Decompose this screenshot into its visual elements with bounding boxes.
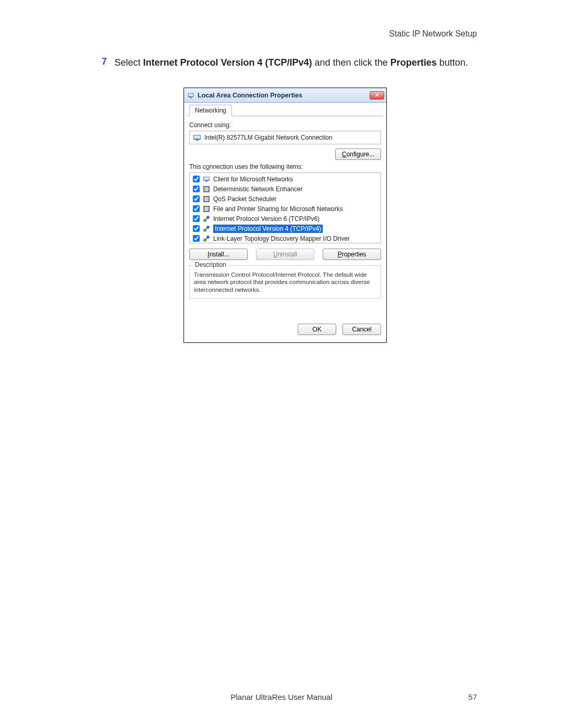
step-prefix: Select xyxy=(114,57,143,68)
dialog-body: Networking Connect using: Intel(R) 82577… xyxy=(184,103,386,342)
uninstall-rest: ninstall xyxy=(278,251,297,258)
dialog-title: Local Area Connection Properties xyxy=(198,92,366,99)
svg-rect-10 xyxy=(204,187,209,191)
adapter-name: Intel(R) 82577LM Gigabit Network Connect… xyxy=(204,134,332,141)
item-checkbox[interactable] xyxy=(193,176,200,182)
list-item[interactable]: Internet Protocol Version 4 (TCP/IPv4) xyxy=(190,224,381,233)
description-text: Transmission Control Protocol/Internet P… xyxy=(194,272,370,293)
item-checkbox[interactable] xyxy=(193,195,200,202)
properties-accel: P xyxy=(338,251,342,258)
item-label: File and Printer Sharing for Microsoft N… xyxy=(213,205,343,213)
item-label-selected: Internet Protocol Version 4 (TCP/IPv4) xyxy=(213,225,323,233)
step-suffix: button. xyxy=(437,57,468,68)
list-item[interactable]: Link-Layer Topology Discovery Mapper I/O… xyxy=(190,233,381,243)
item-label: Deterministic Network Enhancer xyxy=(213,186,302,193)
install-rest: nstall... xyxy=(210,251,229,258)
ok-cancel-row: OK Cancel xyxy=(189,318,381,337)
adapter-field[interactable]: Intel(R) 82577LM Gigabit Network Connect… xyxy=(189,131,381,144)
svg-line-17 xyxy=(205,217,208,220)
svg-rect-2 xyxy=(190,97,192,98)
list-item[interactable]: Client for Microsoft Networks xyxy=(190,174,381,184)
step-bold-2: Properties xyxy=(390,57,437,68)
connect-using-label: Connect using: xyxy=(189,121,381,129)
protocol-icon xyxy=(203,235,210,242)
step-text: Select Internet Protocol Version 4 (TCP/… xyxy=(114,56,469,69)
svg-rect-8 xyxy=(205,181,207,182)
item-checkbox[interactable] xyxy=(193,186,200,192)
page-number: 57 xyxy=(468,693,477,701)
item-label: Client for Microsoft Networks xyxy=(213,176,293,183)
svg-rect-1 xyxy=(189,93,193,96)
tab-networking[interactable]: Networking xyxy=(189,105,232,116)
nic-icon xyxy=(193,133,201,142)
uses-items-prefix: This c xyxy=(189,163,206,170)
item-label: Internet Protocol Version 6 (TCP/IPv6) xyxy=(213,215,320,223)
svg-line-20 xyxy=(205,227,208,230)
uses-items-rest: nnection uses the following items: xyxy=(210,163,303,170)
list-item[interactable]: Deterministic Network Enhancer xyxy=(190,184,381,194)
ok-button[interactable]: OK xyxy=(298,324,336,335)
item-label: Link-Layer Topology Discovery Mapper I/O… xyxy=(213,235,350,242)
configure-accel: C xyxy=(342,151,347,158)
dialog-title-bar[interactable]: Local Area Connection Properties ✕ xyxy=(184,88,386,103)
svg-rect-14 xyxy=(204,207,209,211)
uses-items-label: This connection uses the following items… xyxy=(189,163,381,170)
step-block: 7 Select Internet Protocol Version 4 (TC… xyxy=(96,56,477,69)
uninstall-accel: U xyxy=(273,251,278,258)
item-buttons-row: Install... Uninstall Properties xyxy=(189,249,381,260)
item-checkbox[interactable] xyxy=(193,235,200,242)
properties-button[interactable]: Properties xyxy=(323,249,381,260)
close-button[interactable]: ✕ xyxy=(370,91,384,100)
svg-rect-5 xyxy=(196,140,198,141)
uses-items-accel: o xyxy=(206,163,210,170)
step-number: 7 xyxy=(96,56,107,67)
item-label: QoS Packet Scheduler xyxy=(213,195,276,203)
network-adapter-icon xyxy=(187,92,194,99)
tab-strip: Networking xyxy=(187,105,383,116)
svg-line-23 xyxy=(205,237,208,240)
properties-rest: roperties xyxy=(342,251,366,258)
service-icon xyxy=(203,205,210,213)
cancel-button[interactable]: Cancel xyxy=(342,324,381,335)
step-bold-1: Internet Protocol Version 4 (TCP/IPv4) xyxy=(143,57,312,68)
svg-rect-4 xyxy=(194,135,200,139)
step-mid: and then click the xyxy=(312,57,390,68)
install-button[interactable]: Install... xyxy=(189,249,248,260)
svg-rect-12 xyxy=(204,197,209,201)
list-item[interactable]: File and Printer Sharing for Microsoft N… xyxy=(190,204,381,214)
item-checkbox[interactable] xyxy=(193,205,200,212)
client-icon xyxy=(203,176,210,183)
list-item[interactable]: QoS Packet Scheduler xyxy=(190,194,381,204)
protocol-icon xyxy=(203,225,210,232)
description-label: Description xyxy=(193,261,228,269)
configure-rest: onfigure... xyxy=(347,151,374,158)
item-checkbox[interactable] xyxy=(193,215,200,222)
item-checkbox[interactable] xyxy=(193,225,200,232)
page-footer: Planar UltraRes User Manual 57 xyxy=(0,693,563,705)
svg-rect-7 xyxy=(204,177,209,180)
connection-items-list[interactable]: Client for Microsoft Networks Determinis… xyxy=(189,172,381,243)
description-group: Description Transmission Control Protoco… xyxy=(189,265,381,299)
connection-properties-dialog: Local Area Connection Properties ✕ Netwo… xyxy=(183,88,387,343)
page-header: Static IP Network Setup xyxy=(389,29,477,39)
list-item[interactable]: Internet Protocol Version 6 (TCP/IPv6) xyxy=(190,214,381,224)
service-icon xyxy=(203,195,210,203)
uninstall-button: Uninstall xyxy=(256,249,314,260)
configure-button[interactable]: Configure... xyxy=(335,149,381,160)
service-icon xyxy=(203,186,210,193)
protocol-icon xyxy=(203,215,210,223)
footer-center: Planar UltraRes User Manual xyxy=(230,693,332,701)
